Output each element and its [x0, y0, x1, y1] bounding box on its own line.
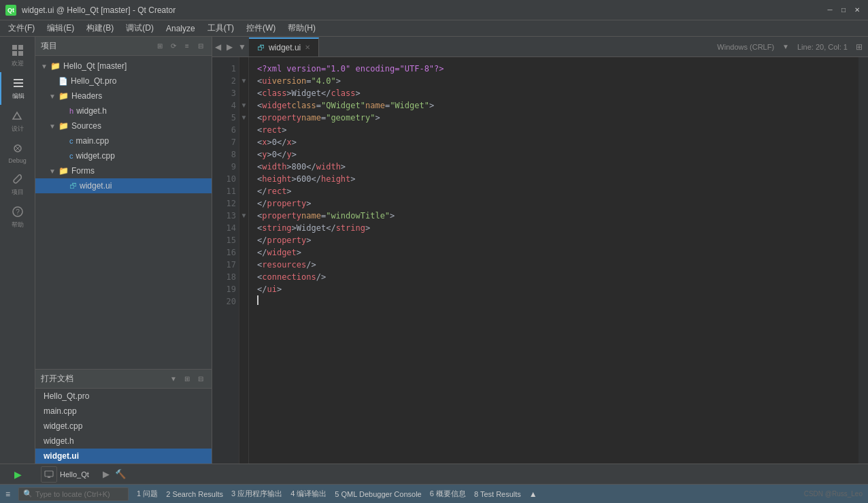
tree-item-root[interactable]: ▼ 📁 Hello_Qt [master] — [35, 59, 212, 74]
status-issues[interactable]: 1 问题 — [137, 489, 158, 499]
project-close-button[interactable]: ≡ — [182, 41, 193, 52]
svg-rect-3 — [18, 51, 23, 56]
menu-edit[interactable]: 编辑(E) — [41, 21, 80, 35]
editor-tab-row: ◀ ▶ ▼ 🗗 widget.ui ✕ Windows (CRLF) ▼ Lin… — [212, 37, 868, 57]
sidebar-label-project: 项目 — [12, 188, 24, 197]
sidebar-item-project[interactable]: 项目 — [0, 168, 35, 201]
build-button[interactable]: 🔨 — [115, 469, 126, 479]
folder-icon-forms: 📁 — [59, 166, 69, 176]
project-more-button[interactable]: ⊟ — [195, 41, 206, 52]
open-docs-list: Hello_Qt.pro main.cpp widget.cpp widget.… — [35, 389, 212, 464]
project-panel-header: 项目 ⊞ ⟳ ≡ ⊟ — [35, 37, 212, 56]
status-search[interactable]: 2 Search Results — [166, 490, 223, 498]
status-test[interactable]: 8 Test Results — [474, 490, 521, 498]
tree-item-maincpp[interactable]: ▶ c main.cpp — [35, 133, 212, 148]
folder-icon-headers: 📁 — [59, 91, 69, 101]
nav-menu-button[interactable]: ▼ — [235, 42, 249, 52]
sidebar-label-welcome: 欢迎 — [12, 59, 24, 68]
search-locate[interactable]: 🔍 — [18, 487, 129, 501]
menu-build[interactable]: 构建(B) — [81, 21, 119, 35]
tab-close-widgetui[interactable]: ✕ — [305, 44, 310, 51]
fold-arrow-2[interactable]: ▼ — [239, 75, 248, 87]
menu-file[interactable]: 文件(F) — [3, 21, 40, 35]
main-layout: 欢迎 编辑 设计 Debug 项目 ? — [0, 37, 868, 464]
sidebar-label-help: 帮助 — [12, 221, 24, 229]
project-sync-button[interactable]: ⟳ — [168, 41, 179, 52]
sidebar-label-design: 设计 — [12, 125, 24, 133]
fold-arrow-5[interactable]: ▼ — [239, 112, 248, 124]
minimize-button[interactable]: ─ — [824, 5, 835, 16]
svg-rect-4 — [14, 79, 23, 80]
status-toggle-btn[interactable]: ≡ — [5, 489, 10, 499]
fold-arrow-13[interactable]: ▼ — [239, 210, 248, 222]
search-locate-icon: 🔍 — [23, 489, 33, 498]
doc-item-widgetui[interactable]: widget.ui — [35, 449, 212, 464]
maximize-button[interactable]: □ — [838, 5, 849, 16]
run-debug-controls: ▶ — [0, 469, 35, 480]
sidebar-item-edit[interactable]: 编辑 — [0, 72, 35, 105]
status-compile-output[interactable]: 4 编译输出 — [290, 489, 327, 499]
bottom-toolbar: ▶ Hello_Qt ▶ 🔨 — [0, 464, 868, 484]
editor-tab-widgetui[interactable]: 🗗 widget.ui ✕ — [249, 37, 319, 56]
tree-item-sources[interactable]: ▼ 📁 Sources — [35, 118, 212, 133]
folder-icon-sources: 📁 — [59, 121, 69, 131]
debug-target-label: Hello_Qt — [60, 470, 89, 478]
editor-area: ◀ ▶ ▼ 🗗 widget.ui ✕ Windows (CRLF) ▼ Lin… — [212, 37, 868, 464]
tree-item-widgeth[interactable]: ▶ h widget.h — [35, 103, 212, 118]
cursor-line — [257, 295, 850, 308]
status-app-output[interactable]: 3 应用程序输出 — [231, 489, 282, 499]
editor-scrollbar[interactable] — [858, 57, 868, 464]
tree-item-pro[interactable]: ▶ 📄 Hello_Qt.pro — [35, 74, 212, 88]
status-qml-debug[interactable]: 5 QML Debugger Console — [335, 490, 421, 498]
fold-arrow-4[interactable]: ▼ — [239, 99, 248, 112]
statusbar: ≡ 🔍 1 问题 2 Search Results 3 应用程序输出 4 编译输… — [0, 484, 868, 503]
hello-qt-debug-button[interactable]: Hello_Qt — [41, 466, 89, 483]
menu-debug[interactable]: 调试(D) — [120, 21, 159, 35]
nav-back-button[interactable]: ◀ — [212, 42, 224, 52]
open-docs-filter-btn[interactable]: ▼ — [168, 374, 179, 385]
menu-tools[interactable]: 工具(T) — [202, 21, 239, 35]
open-docs-close-btn[interactable]: ⊟ — [195, 374, 206, 385]
sidebar-item-debug[interactable]: Debug — [0, 137, 35, 168]
nav-fwd-button[interactable]: ▶ — [224, 42, 235, 52]
open-docs-expand-btn[interactable]: ⊞ — [182, 374, 193, 385]
tree-item-headers[interactable]: ▼ 📁 Headers — [35, 88, 212, 103]
menu-controls[interactable]: 控件(W) — [241, 21, 281, 35]
os-dropdown-icon[interactable]: ▼ — [782, 43, 789, 50]
menu-help[interactable]: 帮助(H) — [282, 21, 321, 35]
doc-item-widgeth[interactable]: widget.h — [35, 434, 212, 449]
tree-arrow-headers: ▼ — [49, 93, 56, 100]
tree-label-maincpp: main.cpp — [76, 136, 110, 146]
file-h-icon: h — [69, 107, 73, 115]
sidebar-item-design[interactable]: 设计 — [0, 105, 35, 137]
sidebar-icons: 欢迎 编辑 设计 Debug 项目 ? — [0, 37, 35, 464]
tab-label-widgetui: widget.ui — [269, 43, 301, 52]
sidebar-item-help[interactable]: ? 帮助 — [0, 201, 35, 233]
sidebar-item-welcome[interactable]: 欢迎 — [0, 39, 35, 72]
tree-label-root: Hello_Qt [master] — [63, 61, 127, 71]
os-line-ending[interactable]: Windows (CRLF) — [717, 43, 774, 51]
line-numbers: 12345 678910 1112131415 1617181920 — [212, 57, 239, 464]
editor-expand-btn[interactable]: ⊞ — [856, 42, 863, 52]
sidebar-label-debug: Debug — [8, 157, 27, 164]
doc-item-pro[interactable]: Hello_Qt.pro — [35, 389, 212, 404]
close-button[interactable]: ✕ — [852, 5, 863, 16]
tree-item-widgetcpp[interactable]: ▶ c widget.cpp — [35, 148, 212, 163]
status-summary[interactable]: 6 概要信息 — [430, 489, 466, 499]
project-filter-button[interactable]: ⊞ — [154, 41, 165, 52]
title-bar: Qt widget.ui @ Hello_Qt [master] - Qt Cr… — [0, 0, 868, 20]
file-cpp-icon-main: c — [69, 137, 73, 145]
search-locate-input[interactable] — [35, 490, 124, 498]
edit-icon — [12, 76, 25, 90]
status-arrow-up[interactable]: ▲ — [529, 489, 537, 499]
doc-item-maincpp[interactable]: main.cpp — [35, 404, 212, 419]
doc-item-widgetcpp[interactable]: widget.cpp — [35, 419, 212, 434]
menu-analyze[interactable]: Analyze — [161, 22, 201, 35]
watermark: CSDN @Russ_Leo — [804, 490, 863, 498]
code-content[interactable]: <?xml version="1.0" encoding="UTF-8"?> <… — [249, 57, 858, 464]
tree-item-forms[interactable]: ▼ 📁 Forms — [35, 163, 212, 178]
tree-item-widgetui[interactable]: ▶ 🗗 widget.ui — [35, 178, 212, 193]
run-button[interactable]: ▶ — [14, 469, 22, 480]
tree-label-forms: Forms — [71, 166, 95, 176]
debug-run-button[interactable]: ▶ — [103, 469, 110, 479]
